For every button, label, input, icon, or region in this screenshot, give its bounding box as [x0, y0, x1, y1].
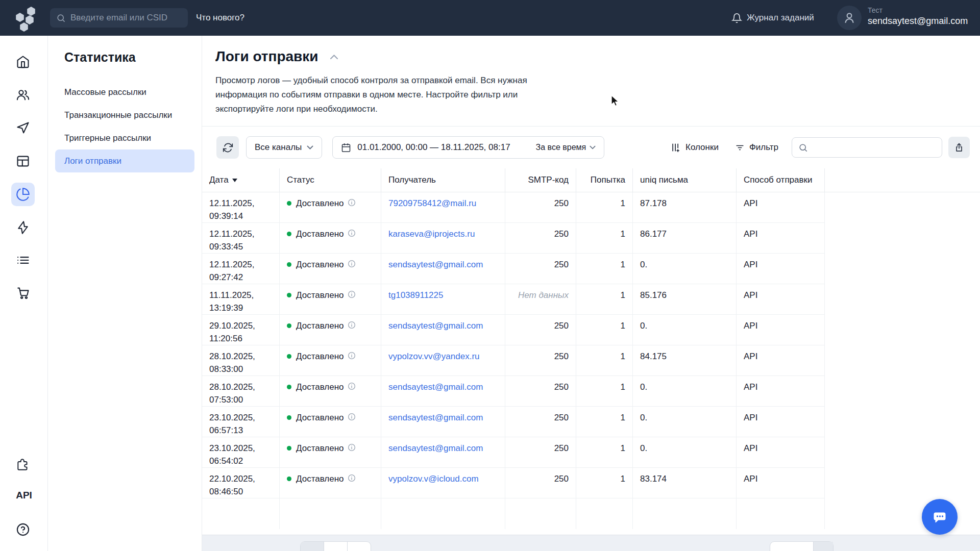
- whats-new-link[interactable]: Что нового?: [196, 0, 244, 36]
- sidebar-item-2[interactable]: Триггерные рассылки: [55, 127, 194, 149]
- recipient-link[interactable]: sendsaytest@gmail.com: [388, 443, 483, 453]
- info-icon[interactable]: [348, 229, 356, 237]
- recipient-link[interactable]: sendsaytest@gmail.com: [388, 260, 483, 269]
- recipient-link[interactable]: sendsaytest@gmail.com: [388, 413, 483, 422]
- sidebar-item-0[interactable]: Массовые рассылки: [55, 81, 194, 104]
- cell-date-line2: 09:33:45: [209, 240, 272, 253]
- cell-uniq: 0.: [633, 315, 737, 345]
- user-name: Тест: [868, 6, 968, 15]
- cell-recipient: tg1038911225: [381, 284, 505, 314]
- cell-status: Доставлено: [280, 284, 381, 314]
- table-search-input[interactable]: [812, 142, 936, 153]
- recipient-link[interactable]: sendsaytest@gmail.com: [388, 321, 483, 331]
- table-row[interactable]: 28.10.2025, 08:33:00 Доставлено vypolzov…: [202, 345, 825, 376]
- table-header-cell[interactable]: Способ отправки: [737, 168, 825, 192]
- cell-uniq: 0.: [633, 376, 737, 406]
- table-header-cell[interactable]: Попытка: [576, 168, 633, 192]
- period-dropdown[interactable]: За все время: [536, 143, 596, 152]
- pagination-control[interactable]: [300, 541, 371, 551]
- table-header-cell[interactable]: uniq письма: [633, 168, 737, 192]
- user-info[interactable]: Тест sendsaytest@gmail.com: [868, 6, 968, 27]
- cell-method: API: [737, 284, 825, 314]
- sidebar-item-audience[interactable]: [11, 83, 35, 107]
- sidebar-item-lists[interactable]: [11, 248, 35, 272]
- cell-uniq: 86.177: [633, 223, 737, 253]
- sidebar-item-campaigns[interactable]: [11, 116, 35, 140]
- info-icon[interactable]: [348, 474, 356, 482]
- filter-button[interactable]: Фильтр: [735, 142, 778, 153]
- cell-date: 28.10.2025, 07:53:00: [202, 376, 280, 406]
- refresh-button[interactable]: [216, 136, 239, 159]
- table-header-cell[interactable]: Дата: [202, 168, 280, 192]
- table-row[interactable]: 12.11.2025, 09:27:42 Доставлено sendsayt…: [202, 254, 825, 284]
- columns-button-label: Колонки: [685, 142, 719, 153]
- table-toolbar-right: Колонки Фильтр: [671, 136, 970, 159]
- cell-attempt: 1: [576, 345, 633, 375]
- task-journal-link[interactable]: Журнал заданий: [731, 0, 814, 36]
- avatar[interactable]: [837, 6, 862, 30]
- sort-desc-icon[interactable]: [232, 179, 237, 182]
- topbar-search[interactable]: [50, 8, 188, 28]
- table-header-cell[interactable]: Статус: [280, 168, 381, 192]
- cell-date-line1: 11.11.2025,: [209, 289, 272, 302]
- columns-button[interactable]: Колонки: [671, 142, 719, 153]
- recipient-link[interactable]: sendsaytest@gmail.com: [388, 382, 483, 392]
- table-row[interactable]: 28.10.2025, 07:53:00 Доставлено sendsayt…: [202, 376, 825, 407]
- page-size-control[interactable]: [770, 541, 834, 551]
- cell-recipient: karaseva@iprojects.ru: [381, 223, 505, 253]
- task-journal-label: Журнал заданий: [747, 13, 814, 23]
- recipient-link[interactable]: vypolzov.v@icloud.com: [388, 474, 479, 484]
- cell-date-line2: 09:27:42: [209, 271, 272, 284]
- cell-recipient: vypolzov.v@icloud.com: [381, 468, 505, 498]
- table-row[interactable]: 23.10.2025, 06:57:13 Доставлено sendsayt…: [202, 407, 825, 437]
- refresh-icon: [223, 142, 233, 153]
- date-range-picker[interactable]: 01.01.2000, 00:00 — 18.11.2025, 08:17 За…: [332, 136, 604, 159]
- recipient-link[interactable]: karaseva@iprojects.ru: [388, 229, 475, 239]
- table-header-cell[interactable]: SMTP-код: [505, 168, 576, 192]
- export-button[interactable]: [948, 137, 970, 158]
- info-icon[interactable]: [348, 290, 356, 298]
- chat-button[interactable]: [922, 499, 958, 535]
- info-icon[interactable]: [348, 260, 356, 268]
- table-search[interactable]: [792, 137, 942, 158]
- header-label: Дата: [209, 175, 229, 185]
- sidebar-item-1[interactable]: Транзакционные рассылки: [55, 104, 194, 127]
- sidebar-item-3[interactable]: Логи отправки: [55, 149, 194, 172]
- channels-dropdown[interactable]: Все каналы: [246, 136, 322, 159]
- cell-date: 12.11.2025, 09:39:14: [202, 192, 280, 222]
- sidebar-item-pages[interactable]: [11, 149, 35, 173]
- sidebar-item-shop[interactable]: [11, 281, 35, 305]
- channels-dropdown-label: Все каналы: [255, 142, 302, 153]
- recipient-link[interactable]: tg1038911225: [388, 290, 443, 300]
- sidebar-item-statistics[interactable]: [11, 183, 35, 206]
- table-row[interactable]: 29.10.2025, 11:20:56 Доставлено sendsayt…: [202, 315, 825, 345]
- status-label: Доставлено: [296, 381, 344, 393]
- cell-uniq: 0.: [633, 437, 737, 467]
- info-icon[interactable]: [348, 382, 356, 390]
- cell-smtp: 250: [505, 192, 576, 222]
- topbar: Что нового? Журнал заданий Тест sendsayt…: [0, 0, 980, 36]
- table-header-cell[interactable]: Получатель: [381, 168, 505, 192]
- period-label: За все время: [536, 143, 586, 152]
- sidebar-item-home[interactable]: [11, 50, 35, 73]
- sidebar-item-integrations[interactable]: [11, 453, 35, 476]
- topbar-search-input[interactable]: [70, 13, 182, 23]
- collapse-chevron-up-icon[interactable]: [330, 54, 338, 60]
- cell-attempt: 1: [576, 223, 633, 253]
- table-row[interactable]: 12.11.2025, 09:39:14 Доставлено 79209758…: [202, 192, 825, 223]
- table-row[interactable]: 11.11.2025, 13:19:39 Доставлено tg103891…: [202, 284, 825, 315]
- sidebar-item-help[interactable]: [11, 518, 35, 541]
- recipient-link[interactable]: vypolzov.vv@yandex.ru: [388, 352, 480, 361]
- table-row[interactable]: 22.10.2025, 08:46:50 Доставлено vypolzov…: [202, 468, 825, 498]
- table-row[interactable]: 12.11.2025, 09:33:45 Доставлено karaseva…: [202, 223, 825, 254]
- info-icon[interactable]: [348, 352, 356, 360]
- sidebar-item-api[interactable]: API: [0, 490, 48, 501]
- info-icon[interactable]: [348, 321, 356, 329]
- info-icon[interactable]: [348, 198, 356, 207]
- sidebar-item-automation[interactable]: [11, 216, 35, 239]
- table-row[interactable]: 23.10.2025, 06:54:02 Доставлено sendsayt…: [202, 437, 825, 468]
- info-icon[interactable]: [348, 443, 356, 452]
- cell-smtp: 250: [505, 345, 576, 375]
- recipient-link[interactable]: 79209758412@mail.ru: [388, 198, 476, 208]
- info-icon[interactable]: [348, 413, 356, 421]
